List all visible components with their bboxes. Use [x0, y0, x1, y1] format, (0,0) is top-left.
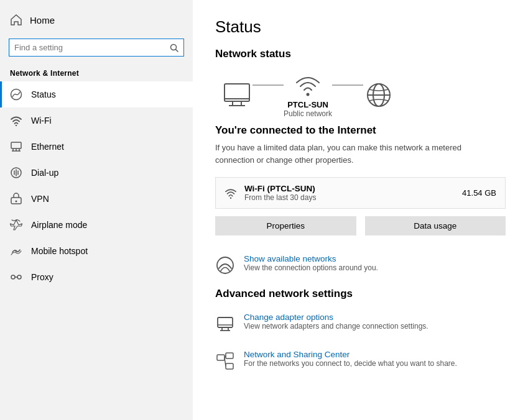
main-content: Status Network status PTCL-SUN	[193, 0, 528, 420]
home-label: Home	[30, 15, 55, 25]
network-diagram: PTCL-SUN Public network	[215, 71, 506, 118]
sharing-center-item[interactable]: Network and Sharing Center For the netwo…	[215, 346, 506, 375]
network-name: PTCL-SUN	[284, 100, 332, 109]
diagram-wifi-icon	[294, 71, 322, 98]
sidebar-label-wifi: Wi-Fi	[31, 116, 52, 126]
data-usage-button[interactable]: Data usage	[365, 216, 506, 235]
sidebar-label-vpn: VPN	[31, 194, 49, 204]
diagram-globe-group	[363, 82, 394, 108]
sidebar: Home Network & Internet Status	[0, 0, 193, 420]
sidebar-section-title: Network & Internet	[0, 64, 193, 81]
sidebar-item-dialup[interactable]: Dial-up	[0, 160, 193, 186]
sharing-center-sub: For the networks you connect to, decide …	[244, 359, 457, 368]
sidebar-label-hotspot: Mobile hotspot	[31, 246, 88, 256]
svg-rect-34	[226, 363, 233, 369]
wifi-card-icon	[225, 187, 237, 199]
search-box[interactable]	[9, 39, 184, 57]
wifi-card-sub: From the last 30 days	[244, 193, 316, 202]
wifi-card-name: Wi-Fi (PTCL-SUN)	[244, 184, 316, 193]
svg-point-25	[230, 197, 231, 198]
properties-button[interactable]: Properties	[215, 216, 356, 235]
airplane-icon	[10, 219, 22, 231]
hotspot-icon	[10, 245, 22, 257]
connected-heading: You're connected to the Internet	[215, 124, 506, 137]
home-icon	[10, 14, 22, 26]
show-networks-title: Show available networks	[244, 254, 378, 263]
sidebar-item-wifi[interactable]: Wi-Fi	[0, 107, 193, 134]
ethernet-icon	[10, 140, 22, 153]
wifi-card-left: Wi-Fi (PTCL-SUN) From the last 30 days	[225, 184, 316, 202]
sidebar-item-proxy[interactable]: Proxy	[0, 264, 193, 290]
sidebar-item-ethernet[interactable]: Ethernet	[0, 134, 193, 160]
show-networks-item[interactable]: Show available networks View the connect…	[215, 250, 506, 279]
svg-rect-32	[217, 355, 225, 360]
button-row: Properties Data usage	[215, 216, 506, 235]
diagram-globe-icon	[363, 82, 394, 108]
sidebar-item-status[interactable]: Status	[0, 81, 193, 107]
sharing-center-text: Network and Sharing Center For the netwo…	[244, 350, 457, 368]
sidebar-label-ethernet: Ethernet	[31, 142, 64, 152]
wifi-usage: 41.54 GB	[462, 188, 496, 198]
sidebar-item-hotspot[interactable]: Mobile hotspot	[0, 238, 193, 264]
show-networks-sub: View the connection options around you.	[244, 263, 378, 272]
svg-point-11	[16, 201, 17, 203]
network-label: PTCL-SUN Public network	[284, 100, 332, 118]
page-title: Status	[215, 17, 506, 37]
sidebar-item-airplane[interactable]: Airplane mode	[0, 212, 193, 238]
wifi-icon	[10, 114, 22, 127]
diagram-wifi-group: PTCL-SUN Public network	[284, 71, 332, 118]
network-status-title: Network status	[215, 48, 506, 60]
svg-point-3	[16, 125, 17, 126]
sidebar-label-airplane: Airplane mode	[31, 220, 87, 230]
change-adapter-sub: View network adapters and change connect…	[244, 322, 428, 331]
change-adapter-title: Change adapter options	[244, 313, 428, 322]
dialup-icon	[10, 167, 22, 179]
svg-rect-33	[226, 353, 233, 358]
sidebar-label-status: Status	[31, 89, 56, 99]
vpn-icon	[10, 193, 22, 205]
advanced-section-title: Advanced network settings	[215, 288, 506, 300]
change-adapter-text: Change adapter options View network adap…	[244, 313, 428, 331]
svg-point-13	[11, 275, 15, 279]
computer-icon	[221, 82, 252, 108]
show-networks-icon	[215, 255, 235, 275]
wifi-usage-card: Wi-Fi (PTCL-SUN) From the last 30 days 4…	[215, 177, 506, 209]
change-adapter-item[interactable]: Change adapter options View network adap…	[215, 309, 506, 337]
sidebar-home-button[interactable]: Home	[0, 6, 193, 34]
show-networks-text: Show available networks View the connect…	[244, 254, 378, 272]
search-input[interactable]	[14, 43, 170, 52]
svg-rect-4	[11, 142, 21, 148]
proxy-icon	[10, 271, 22, 283]
sidebar-label-dialup: Dial-up	[31, 168, 58, 178]
svg-line-1	[176, 49, 178, 52]
sidebar-label-proxy: Proxy	[31, 272, 53, 282]
change-adapter-icon	[215, 314, 235, 334]
search-icon	[170, 43, 178, 52]
network-type: Public network	[284, 109, 332, 118]
sharing-center-title: Network and Sharing Center	[244, 350, 457, 359]
svg-point-12	[16, 250, 17, 252]
svg-point-21	[307, 93, 310, 96]
line-1	[252, 84, 284, 86]
connected-sub: If you have a limited data plan, you can…	[215, 142, 464, 166]
sidebar-item-vpn[interactable]: VPN	[0, 186, 193, 212]
svg-point-14	[17, 275, 21, 279]
line-2	[332, 84, 363, 86]
wifi-card-info: Wi-Fi (PTCL-SUN) From the last 30 days	[244, 184, 316, 202]
svg-point-26	[217, 257, 233, 273]
status-icon	[10, 88, 22, 101]
svg-line-36	[225, 358, 226, 367]
computer-icon-group	[221, 82, 252, 108]
sharing-center-icon	[215, 351, 235, 371]
svg-rect-27	[218, 317, 233, 327]
